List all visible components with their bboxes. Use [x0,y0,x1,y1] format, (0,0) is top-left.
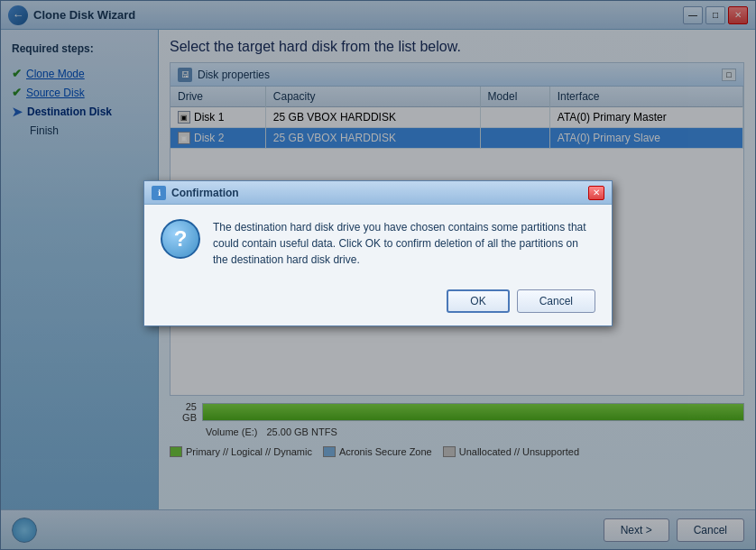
modal-overlay: ℹ Confirmation ✕ ? The destination hard … [0,0,756,550]
confirmation-modal: ℹ Confirmation ✕ ? The destination hard … [143,180,613,326]
modal-title-icon: ℹ [152,186,166,200]
question-icon: ? [161,219,200,259]
modal-icon-area: ? [161,219,200,259]
modal-cancel-button[interactable]: Cancel [517,289,595,313]
modal-footer: OK Cancel [144,282,612,325]
modal-message: The destination hard disk drive you have… [213,219,595,268]
modal-ok-button[interactable]: OK [447,289,509,313]
modal-title-bar: ℹ Confirmation ✕ [144,181,612,205]
modal-body: ? The destination hard disk drive you ha… [144,205,612,282]
modal-close-button[interactable]: ✕ [588,186,604,200]
modal-title: Confirmation [171,187,588,199]
